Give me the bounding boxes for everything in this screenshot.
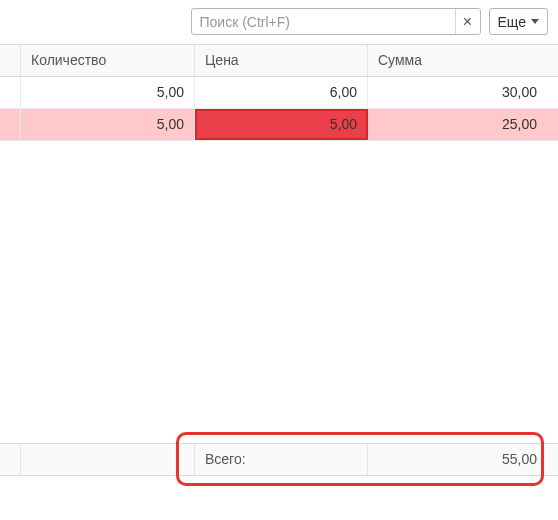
header-qty[interactable]: Количество xyxy=(21,45,195,76)
search-input[interactable] xyxy=(191,8,481,35)
table-row[interactable]: 5,005,0025,00 xyxy=(0,109,558,141)
row-stub xyxy=(0,109,21,140)
footer-qty-blank xyxy=(21,444,195,475)
grid-header: Количество Цена Сумма xyxy=(0,45,558,77)
footer-stub xyxy=(0,444,21,475)
grid-body[interactable]: 5,006,0030,005,005,0025,00 xyxy=(0,77,558,443)
header-price[interactable]: Цена xyxy=(195,45,368,76)
footer-total-label: Всего: xyxy=(195,444,368,475)
table-row[interactable]: 5,006,0030,00 xyxy=(0,77,558,109)
more-button-label: Еще xyxy=(498,14,527,30)
search-wrap: × xyxy=(191,8,481,35)
data-grid: Количество Цена Сумма 5,006,0030,005,005… xyxy=(0,44,558,476)
more-button[interactable]: Еще xyxy=(489,8,549,35)
chevron-down-icon xyxy=(531,19,539,24)
footer-total-value: 55,00 xyxy=(368,444,547,475)
toolbar: × Еще xyxy=(0,0,558,44)
cell-sum[interactable]: 30,00 xyxy=(368,77,547,108)
header-stub xyxy=(0,45,21,76)
grid-footer: Всего: 55,00 xyxy=(0,443,558,475)
cell-qty[interactable]: 5,00 xyxy=(21,109,195,140)
cell-qty[interactable]: 5,00 xyxy=(21,77,195,108)
page-root: × Еще Количество Цена Сумма 5,006,0030,0… xyxy=(0,0,558,520)
header-sum[interactable]: Сумма xyxy=(368,45,547,76)
cell-sum[interactable]: 25,00 xyxy=(368,109,547,140)
row-stub xyxy=(0,77,21,108)
cell-price[interactable]: 5,00 xyxy=(195,109,368,140)
clear-icon[interactable]: × xyxy=(455,9,480,34)
cell-price[interactable]: 6,00 xyxy=(195,77,368,108)
